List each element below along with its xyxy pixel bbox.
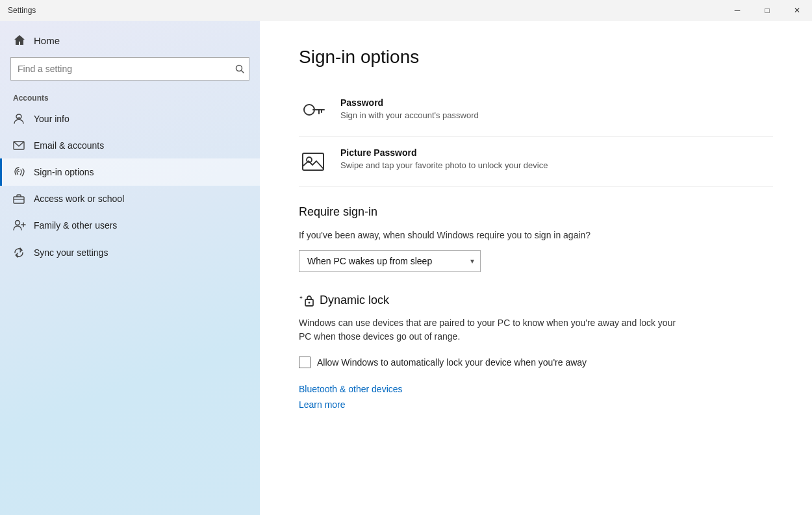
home-label: Home <box>34 35 60 46</box>
search-container <box>10 57 249 81</box>
picture-password-card: Picture Password Swipe and tap your favo… <box>299 137 773 187</box>
dynamic-lock-title: Dynamic lock <box>320 294 389 307</box>
password-card: Password Sign in with your account's pas… <box>299 87 773 137</box>
dynamic-lock-header: ✦ Dynamic lock <box>299 293 773 308</box>
dynamic-lock-description: Windows can use devices that are paired … <box>299 316 689 344</box>
title-bar: Settings ─ □ ✕ <box>0 0 812 21</box>
search-icon <box>235 64 244 73</box>
dynamic-lock-checkbox-row: Allow Windows to automatically lock your… <box>299 357 773 368</box>
home-icon <box>13 34 26 47</box>
sidebar-item-family-label: Family & other users <box>34 220 117 231</box>
require-signin-description: If you've been away, when should Windows… <box>299 229 773 242</box>
sidebar-section-label: Accounts <box>0 88 260 105</box>
dynamic-lock-icon: ✦ <box>299 293 314 308</box>
sidebar-item-email-accounts[interactable]: Email & accounts <box>0 132 260 158</box>
fingerprint-icon <box>13 166 26 178</box>
sidebar-item-sync-label: Sync your settings <box>34 247 108 258</box>
minimize-button[interactable]: ─ <box>722 0 752 21</box>
auto-lock-label: Allow Windows to automatically lock your… <box>317 357 587 368</box>
picture-password-icon <box>299 147 327 176</box>
password-description: Sign in with your account's password <box>340 110 479 120</box>
key-icon <box>299 97 327 126</box>
auto-lock-checkbox[interactable] <box>299 357 311 368</box>
svg-point-18 <box>309 301 311 303</box>
person-plus-icon <box>13 220 26 231</box>
svg-line-1 <box>242 71 244 73</box>
password-title: Password <box>340 97 479 108</box>
picture-password-title: Picture Password <box>340 147 548 158</box>
sidebar-item-email-label: Email & accounts <box>34 140 104 151</box>
svg-text:✦: ✦ <box>299 295 303 301</box>
close-button[interactable]: ✕ <box>782 0 812 21</box>
search-input[interactable] <box>10 57 249 81</box>
content-area: Sign-in options Password Sign in with yo… <box>260 21 812 515</box>
picture-password-card-text: Picture Password Swipe and tap your favo… <box>340 147 548 170</box>
sidebar-item-your-info-label: Your info <box>34 114 70 124</box>
bluetooth-link[interactable]: Bluetooth & other devices <box>299 384 773 394</box>
picture-password-description: Swipe and tap your favorite photo to unl… <box>340 160 548 170</box>
sidebar: Home Accounts Your info <box>0 21 260 515</box>
sidebar-item-sync-settings[interactable]: Sync your settings <box>0 239 260 266</box>
sidebar-item-access-work-label: Access work or school <box>34 194 124 204</box>
svg-rect-5 <box>14 197 24 203</box>
main-layout: Home Accounts Your info <box>0 21 812 515</box>
require-signin-title: Require sign-in <box>299 205 773 219</box>
briefcase-icon <box>13 194 26 204</box>
svg-point-7 <box>16 221 20 225</box>
page-title: Sign-in options <box>299 47 773 68</box>
sidebar-item-your-info[interactable]: Your info <box>0 105 260 132</box>
require-signin-dropdown-wrapper: When PC wakes up from sleep Never ▾ <box>299 250 481 272</box>
sidebar-item-family-users[interactable]: Family & other users <box>0 212 260 239</box>
require-signin-dropdown[interactable]: When PC wakes up from sleep Never <box>299 250 481 272</box>
sidebar-home-button[interactable]: Home <box>0 21 260 57</box>
svg-rect-2 <box>16 114 21 119</box>
password-card-text: Password Sign in with your account's pas… <box>340 97 479 120</box>
person-lines-icon <box>13 113 26 125</box>
window-controls: ─ □ ✕ <box>722 0 812 21</box>
envelope-icon <box>13 141 26 150</box>
sync-icon <box>13 247 26 258</box>
learn-more-link[interactable]: Learn more <box>299 399 773 410</box>
sidebar-item-sign-in-label: Sign-in options <box>34 167 94 177</box>
sidebar-item-sign-in-options[interactable]: Sign-in options <box>0 158 260 186</box>
app-title: Settings <box>8 6 36 15</box>
svg-rect-14 <box>303 153 324 170</box>
sidebar-item-access-work[interactable]: Access work or school <box>0 186 260 212</box>
maximize-button[interactable]: □ <box>752 0 782 21</box>
